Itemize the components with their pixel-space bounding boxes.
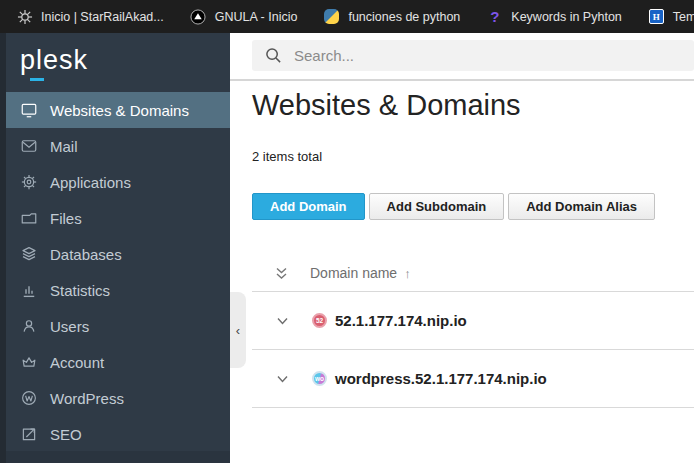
- column-header-domain-name[interactable]: Domain name: [310, 265, 397, 281]
- layers-icon: [20, 245, 38, 263]
- seo-icon: [20, 425, 38, 443]
- sidebar-item-label: SEO: [50, 426, 82, 443]
- bookmark-starrail[interactable]: Inicio | StarRailAkad...: [16, 8, 164, 25]
- chevron-left-icon: ‹: [236, 323, 240, 338]
- sidebar-item-seo[interactable]: SEO: [6, 416, 230, 452]
- main-content: Websites & Domains 2 items total Add Dom…: [230, 33, 694, 463]
- sidebar-item-label: Applications: [50, 174, 131, 191]
- starrail-icon: [16, 8, 33, 25]
- question-mark-icon: ?: [486, 8, 503, 25]
- page-title: Websites & Domains: [252, 89, 521, 122]
- play-circle-icon: [190, 8, 207, 25]
- monitor-icon: [20, 101, 38, 119]
- sidebar-collapse-handle[interactable]: ‹: [230, 292, 246, 368]
- sidebar-item-label: Mail: [50, 138, 78, 155]
- sidebar-bottom-strip: [6, 451, 230, 463]
- action-buttons: Add Domain Add Subdomain Add Domain Alia…: [252, 193, 655, 220]
- chevron-down-icon[interactable]: [277, 317, 288, 325]
- site-favicon: 52: [312, 313, 327, 328]
- sidebar-item-mail[interactable]: Mail: [6, 128, 230, 164]
- search-bar[interactable]: [252, 40, 694, 71]
- bookmark-keywords[interactable]: ? Keywords in Pyhton: [486, 8, 621, 25]
- expand-all-icon[interactable]: [275, 266, 288, 280]
- plesk-logo[interactable]: plesk: [20, 45, 88, 76]
- sidebar-item-wordpress[interactable]: WordPress: [6, 380, 230, 416]
- add-domain-alias-button[interactable]: Add Domain Alias: [508, 193, 655, 220]
- bookmark-label: GNULA - Inicio: [215, 10, 298, 24]
- bookmark-label: Keywords in Pyhton: [511, 10, 621, 24]
- sidebar-item-databases[interactable]: Databases: [6, 236, 230, 272]
- sidebar-item-websites-domains[interactable]: Websites & Domains: [6, 92, 230, 128]
- wordpress-icon: [20, 389, 38, 407]
- user-icon: [20, 317, 38, 335]
- sidebar-item-label: Account: [50, 354, 104, 371]
- search-input[interactable]: [292, 46, 662, 65]
- sidebar-item-statistics[interactable]: Statistics: [6, 272, 230, 308]
- search-icon: [265, 47, 282, 64]
- sidebar-item-label: Databases: [50, 246, 122, 263]
- bookmark-python[interactable]: funciones de python: [323, 8, 460, 25]
- sidebar-item-label: Statistics: [50, 282, 110, 299]
- domain-link[interactable]: wordpress.52.1.177.174.nip.io: [335, 370, 547, 387]
- bookmark-label: Temario Auxiliares: [673, 10, 694, 24]
- crown-icon: [20, 353, 38, 371]
- bar-chart-icon: [20, 281, 38, 299]
- add-subdomain-button[interactable]: Add Subdomain: [369, 193, 505, 220]
- sidebar-item-label: Users: [50, 318, 89, 335]
- sidebar-item-label: Files: [50, 210, 82, 227]
- site-favicon: wo: [312, 371, 327, 386]
- bookmark-label: Inicio | StarRailAkad...: [41, 10, 164, 24]
- sort-ascending-icon: ↑: [404, 266, 411, 281]
- header-divider: [230, 79, 694, 81]
- table-row: 52 52.1.177.174.nip.io: [252, 292, 694, 350]
- bookmark-gnula[interactable]: GNULA - Inicio: [190, 8, 298, 25]
- table-header: Domain name ↑: [252, 255, 694, 292]
- h-badge-icon: H: [648, 8, 665, 25]
- add-domain-button[interactable]: Add Domain: [252, 193, 365, 220]
- chevron-down-icon[interactable]: [277, 375, 288, 383]
- bookmark-label: funciones de python: [348, 10, 460, 24]
- sidebar-item-label: Websites & Domains: [50, 102, 189, 119]
- bookmarks-bar: Inicio | StarRailAkad... GNULA - Inicio …: [0, 0, 694, 33]
- sidebar-item-applications[interactable]: Applications: [6, 164, 230, 200]
- folder-icon: [20, 209, 38, 227]
- sidebar-item-account[interactable]: Account: [6, 344, 230, 380]
- sidebar-menu: Websites & Domains Mail Applications Fil…: [6, 92, 230, 452]
- python-icon: [323, 8, 340, 25]
- plesk-logo-underscore: [30, 78, 44, 81]
- mail-icon: [20, 137, 38, 155]
- sidebar-item-label: WordPress: [50, 390, 124, 407]
- items-total: 2 items total: [252, 149, 322, 164]
- sidebar-item-files[interactable]: Files: [6, 200, 230, 236]
- bookmark-temario[interactable]: H Temario Auxiliares: [648, 8, 694, 25]
- domain-link[interactable]: 52.1.177.174.nip.io: [335, 312, 467, 329]
- sidebar: plesk Websites & Domains Mail Applicatio…: [0, 33, 230, 463]
- gear-icon: [20, 173, 38, 191]
- domains-table: Domain name ↑ 52 52.1.177.174.nip.io wo …: [230, 255, 694, 408]
- table-row: wo wordpress.52.1.177.174.nip.io: [252, 350, 694, 408]
- sidebar-item-users[interactable]: Users: [6, 308, 230, 344]
